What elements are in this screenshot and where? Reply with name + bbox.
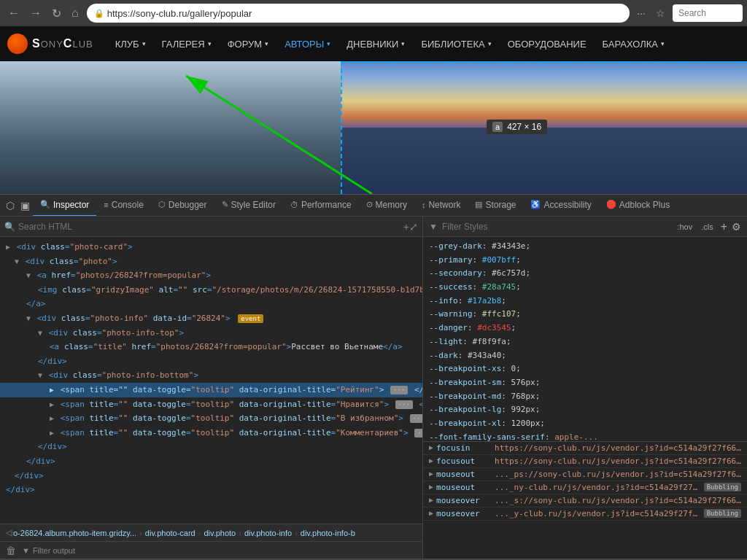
event-expand-icon[interactable]: ▶ <box>429 496 433 504</box>
ellipsis-badge[interactable]: ··· <box>414 429 422 438</box>
breadcrumb-item[interactable]: div.photo-card <box>145 529 196 537</box>
event-name: focusin <box>436 443 495 453</box>
html-line[interactable]: ▼ <div class="photo"> <box>0 254 422 269</box>
html-line[interactable]: ▼ <div class="photo-info-bottom"> <box>0 368 422 383</box>
nav-item-diary[interactable]: ДНЕВНИКИ ▾ <box>339 26 412 61</box>
event-expand-icon[interactable]: ▶ <box>429 483 433 491</box>
event-name: mouseout <box>436 483 495 492</box>
event-name: focusout <box>436 456 495 466</box>
styles-toolbar: ▼ :hov .cls + ⚙ <box>423 217 747 237</box>
html-search-input[interactable] <box>18 222 403 232</box>
event-row[interactable]: ▶ mouseout ..._ny-club.ru/js/vendor.js?i… <box>423 481 747 494</box>
ellipsis-badge[interactable]: ··· <box>390 386 408 394</box>
devtools-responsive[interactable]: ▣ <box>18 200 33 211</box>
home-button[interactable]: ⌂ <box>68 5 82 21</box>
devtools-pick-element[interactable]: ⬡ <box>3 200 18 211</box>
site-nav: КЛУБ ▾ ГАЛЕРЕЯ ▾ ФОРУМ ▾ АВТОРЫ ▾ ДНЕВНИ… <box>108 26 740 61</box>
breadcrumb-item[interactable]: div.photo-info-b <box>301 529 355 537</box>
back-button[interactable]: ← <box>4 5 23 21</box>
nav-item-equipment[interactable]: ОБОРУДОВАНИЕ <box>500 26 594 61</box>
nav-item-gallery[interactable]: ГАЛЕРЕЯ ▾ <box>155 26 219 61</box>
cls-button[interactable]: .cls <box>698 221 716 233</box>
breadcrumb-sep: › <box>239 529 241 537</box>
styles-add-rule-button[interactable]: + <box>721 220 727 233</box>
html-line[interactable]: ▼ <a href="photos/26824?from=popular"> <box>0 268 422 283</box>
event-row[interactable]: ▶ focusout https://sony-club.ru/js/vendo… <box>423 455 747 468</box>
forward-button[interactable]: → <box>26 5 45 21</box>
html-line[interactable]: </div> <box>0 483 422 497</box>
tab-memory[interactable]: ⊙ Memory <box>359 195 414 217</box>
tab-inspector-label: Inspector <box>53 200 89 210</box>
html-line-selected[interactable]: ▶ <span title="" data-toggle="tooltip" d… <box>0 383 422 397</box>
html-line[interactable]: <img class="gridzyImage" alt="" src="/st… <box>0 283 422 298</box>
event-expand-icon[interactable]: ▶ <box>429 443 433 451</box>
nav-item-library[interactable]: БИБЛИОТЕКА ▾ <box>414 26 498 61</box>
breadcrumb-back-icon[interactable]: ◁ <box>6 528 12 537</box>
delete-node-button[interactable]: 🗑 <box>6 545 16 556</box>
html-line[interactable]: ▼ <div class="photo-info" data-id="26824… <box>0 311 422 326</box>
more-button[interactable]: ··· <box>634 6 649 20</box>
html-line[interactable]: </div> <box>0 454 422 469</box>
accessibility-icon: ♿ <box>530 200 541 209</box>
breadcrumb-item[interactable]: div.photo-info <box>244 529 292 537</box>
event-row[interactable]: ▶ mouseover ..._y-club.ru/js/vendor.js?i… <box>423 508 747 521</box>
tab-console[interactable]: ≡ Console <box>96 195 150 217</box>
browser-search-input[interactable] <box>678 8 737 18</box>
tab-adblock[interactable]: 🛑 Adblock Plus <box>599 195 677 217</box>
html-line[interactable]: ▶ <span title="" data-toggle="tooltip" d… <box>0 411 422 426</box>
tab-inspector[interactable]: 🔍 Inspector <box>33 195 96 217</box>
breadcrumb-item[interactable]: div.photo <box>204 529 236 537</box>
event-row[interactable]: ▶ mouseover ..._s://sony-club.ru/js/vend… <box>423 494 747 508</box>
html-line[interactable]: ▶ <span title="" data-toggle="tooltip" d… <box>0 397 422 412</box>
event-row[interactable]: ▶ mouseout ..._ps://sony-club.ru/js/vend… <box>423 468 747 481</box>
html-line[interactable]: </a> <box>0 297 422 311</box>
tab-debugger[interactable]: ⬡ Debugger <box>151 195 214 217</box>
html-line[interactable]: </div> <box>0 354 422 369</box>
breadcrumb: ◁ o-26824.album.photo-item.gridzy... › d… <box>0 524 422 541</box>
event-expand-icon[interactable]: ▶ <box>429 456 433 464</box>
event-name: mouseover <box>436 496 495 505</box>
nav-item-forum[interactable]: ФОРУМ ▾ <box>220 26 276 61</box>
html-add-button[interactable]: + <box>403 221 409 233</box>
tab-network[interactable]: ↕ Network <box>414 195 468 217</box>
hero-tooltip: a 427 × 16 <box>487 120 547 134</box>
css-line: --success: #28a745; <box>429 281 741 295</box>
breadcrumb-sep: › <box>198 529 201 537</box>
ellipsis-badge[interactable]: ··· <box>410 414 422 423</box>
nav-item-club[interactable]: КЛУБ ▾ <box>108 26 153 61</box>
css-line: --breakpoint-sm: 576px; <box>429 376 741 390</box>
html-line[interactable]: ▼ <div class="photo-info-top"> <box>0 326 422 341</box>
html-expand-button[interactable]: ⤢ <box>409 221 418 233</box>
logo-text: SONYCLUB <box>32 37 93 50</box>
css-line: --secondary: #6c757d; <box>429 267 741 281</box>
event-row[interactable]: ▶ focusin https://sony-club.ru/js/vendor… <box>423 442 747 455</box>
html-line[interactable]: </div> <box>0 440 422 454</box>
html-line[interactable]: ▶ <span title="" data-toggle="tooltip" d… <box>0 426 422 440</box>
address-bar[interactable] <box>107 8 623 19</box>
styles-filter-input[interactable] <box>442 222 670 232</box>
tab-style-editor[interactable]: ✎ Style Editor <box>214 195 283 217</box>
event-expand-icon[interactable]: ▶ <box>429 509 433 517</box>
tab-accessibility[interactable]: ♿ Accessibility <box>523 195 598 217</box>
event-badge[interactable]: event <box>238 314 263 323</box>
nav-item-authors[interactable]: АВТОРЫ ▾ <box>277 26 338 61</box>
html-line[interactable]: </div> <box>0 469 422 483</box>
html-line[interactable]: <a class="title" href="photos/26824?from… <box>0 340 422 354</box>
tab-accessibility-label: Accessibility <box>543 200 591 210</box>
website-area: SONYCLUB КЛУБ ▾ ГАЛЕРЕЯ ▾ ФОРУМ ▾ АВТОРЫ… <box>0 26 747 194</box>
nav-item-swap[interactable]: БАРАХОЛКА ▾ <box>595 26 672 61</box>
bookmark-button[interactable]: ☆ <box>653 6 668 20</box>
event-expand-icon[interactable]: ▶ <box>429 470 433 478</box>
address-bar-wrap: 🔒 <box>87 4 630 23</box>
tab-storage[interactable]: ▤ Storage <box>468 195 523 217</box>
styles-settings-button[interactable]: ⚙ <box>732 221 741 233</box>
breadcrumb-item[interactable]: o-26824.album.photo-item.gridzy... <box>13 529 136 537</box>
html-line[interactable]: ▶ <div class="photo-card"> <box>0 240 422 254</box>
console-icon: ≡ <box>104 201 108 209</box>
reload-button[interactable]: ↻ <box>48 5 65 22</box>
ellipsis-badge[interactable]: ··· <box>395 400 413 409</box>
nav-buttons: ← → ↻ ⌂ <box>4 5 82 22</box>
hov-button[interactable]: :hov <box>674 221 695 233</box>
tab-performance[interactable]: ⏱ Performance <box>283 195 359 217</box>
breadcrumb-sep: › <box>139 529 142 537</box>
